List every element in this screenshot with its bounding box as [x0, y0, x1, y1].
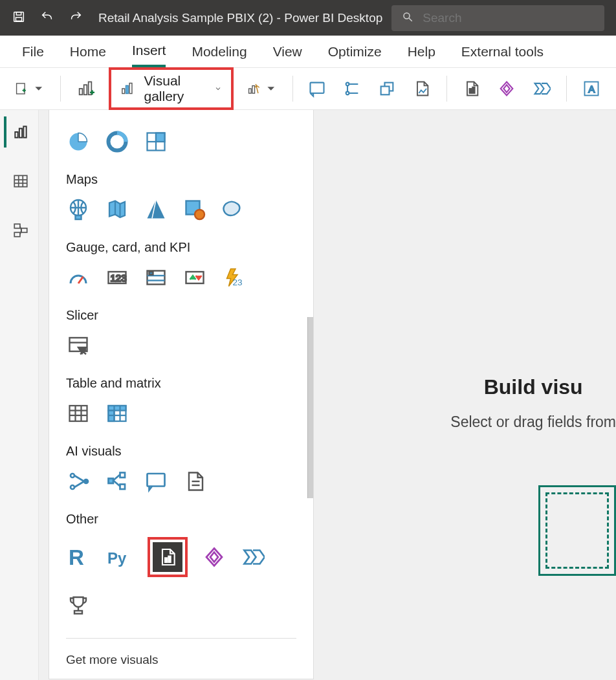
- r-visual-icon[interactable]: R: [66, 545, 91, 569]
- visual-gallery-button[interactable]: Visual gallery: [109, 67, 234, 110]
- data-view-button[interactable]: [4, 166, 35, 197]
- svg-text:R: R: [69, 545, 84, 569]
- svg-rect-66: [70, 406, 87, 421]
- svg-line-55: [78, 277, 83, 284]
- map-globe-icon[interactable]: [66, 197, 91, 222]
- model-view-button[interactable]: [4, 215, 35, 246]
- svg-rect-9: [83, 85, 87, 94]
- svg-rect-31: [19, 129, 21, 138]
- multi-row-card-icon[interactable]: [144, 265, 168, 290]
- arcgis-map-icon[interactable]: [182, 197, 207, 222]
- ai-visual-button[interactable]: [244, 74, 281, 104]
- svg-rect-93: [168, 556, 170, 562]
- visual-drop-target[interactable]: [538, 485, 616, 576]
- ribbon-separator: [292, 76, 293, 102]
- build-visual-heading: Build visu: [450, 375, 616, 399]
- svg-rect-30: [15, 132, 17, 138]
- gallery-divider: [66, 638, 296, 639]
- matrix-icon[interactable]: [105, 401, 129, 426]
- tab-insert[interactable]: Insert: [132, 36, 166, 67]
- search-box[interactable]: [391, 5, 604, 31]
- gallery-section-maps: Maps: [66, 172, 296, 187]
- svg-rect-82: [109, 479, 114, 484]
- slicer-icon[interactable]: [66, 333, 91, 358]
- svg-rect-83: [120, 473, 126, 478]
- tab-modeling[interactable]: Modeling: [192, 38, 247, 66]
- svg-line-4: [410, 18, 413, 21]
- power-apps-button[interactable]: [494, 74, 520, 104]
- paginated-report-visual-highlight[interactable]: [148, 537, 188, 577]
- view-rail: [0, 110, 39, 680]
- window-title: Retail Analysis Sample PBIX (2) - Power …: [98, 11, 382, 25]
- undo-icon[interactable]: [40, 10, 54, 27]
- pie-chart-icon[interactable]: [66, 129, 91, 154]
- card-new-icon[interactable]: 23: [221, 265, 246, 290]
- report-canvas[interactable]: Maps Gauge, card, and KPI 123 23 Slicer: [39, 110, 616, 680]
- tab-help[interactable]: Help: [408, 38, 435, 66]
- svg-point-19: [346, 83, 349, 86]
- svg-rect-27: [472, 87, 475, 93]
- save-icon[interactable]: [12, 10, 26, 27]
- treemap-icon[interactable]: [144, 129, 168, 154]
- svg-rect-92: [165, 558, 167, 562]
- gallery-section-gauge: Gauge, card, and KPI: [66, 240, 296, 255]
- svg-rect-8: [79, 89, 82, 94]
- build-visual-subtext: Select or drag fields from: [450, 413, 616, 431]
- paginated-report-visual-icon[interactable]: [153, 542, 182, 572]
- filled-map-icon[interactable]: [105, 197, 129, 222]
- text-box-button[interactable]: [304, 74, 330, 104]
- report-view-button[interactable]: [4, 116, 35, 148]
- svg-line-80: [74, 476, 84, 481]
- svg-rect-33: [14, 175, 27, 186]
- key-influencers-icon[interactable]: [66, 469, 91, 494]
- kpi-icon[interactable]: [182, 265, 207, 290]
- svg-point-3: [404, 13, 410, 19]
- tab-file[interactable]: File: [22, 38, 44, 66]
- canvas-area: Maps Gauge, card, and KPI 123 23 Slicer: [0, 110, 616, 680]
- new-visual-button[interactable]: [72, 74, 98, 104]
- tab-optimize[interactable]: Optimize: [328, 38, 382, 66]
- image-button[interactable]: [409, 74, 435, 104]
- card-icon[interactable]: 123: [105, 265, 129, 290]
- svg-line-85: [113, 475, 120, 481]
- table-icon[interactable]: [66, 401, 91, 426]
- svg-text:A: A: [588, 83, 595, 94]
- tab-view[interactable]: View: [273, 38, 302, 66]
- sparkline-button[interactable]: A: [578, 74, 604, 104]
- tab-external-tools[interactable]: External tools: [461, 38, 544, 66]
- svg-rect-1: [16, 12, 21, 15]
- title-bar: Retail Analysis Sample PBIX (2) - Power …: [0, 0, 616, 36]
- azure-map-icon[interactable]: [144, 197, 168, 222]
- buttons-button[interactable]: [339, 74, 365, 104]
- gauge-icon[interactable]: [66, 265, 91, 290]
- paginated-report-button[interactable]: [459, 74, 485, 104]
- search-input[interactable]: [421, 10, 594, 26]
- power-automate-button[interactable]: [529, 74, 555, 104]
- shapes-button[interactable]: [374, 74, 400, 104]
- smart-narrative-icon[interactable]: [182, 469, 207, 494]
- get-more-visuals-link[interactable]: Get more visuals: [66, 646, 296, 667]
- python-visual-icon[interactable]: Py: [105, 545, 133, 569]
- svg-line-42: [19, 230, 21, 235]
- svg-rect-15: [129, 83, 132, 93]
- new-page-button[interactable]: [12, 74, 49, 104]
- power-automate-visual-icon[interactable]: [241, 545, 265, 569]
- svg-rect-13: [122, 89, 125, 94]
- power-apps-visual-icon[interactable]: [202, 545, 226, 569]
- donut-chart-icon[interactable]: [105, 129, 129, 154]
- ribbon-separator: [60, 76, 61, 102]
- redo-icon[interactable]: [69, 10, 83, 27]
- decomposition-tree-icon[interactable]: [105, 469, 129, 494]
- ribbon-separator: [566, 76, 567, 102]
- svg-rect-61: [149, 272, 153, 275]
- trophy-visual-icon[interactable]: [66, 593, 91, 617]
- gallery-section-ai: AI visuals: [66, 444, 296, 459]
- shape-map-icon[interactable]: [221, 197, 246, 222]
- gallery-scrollbar[interactable]: [307, 317, 314, 498]
- qna-icon[interactable]: [144, 469, 168, 494]
- gallery-section-table: Table and matrix: [66, 376, 296, 391]
- svg-rect-18: [311, 83, 324, 93]
- svg-rect-38: [14, 224, 20, 228]
- search-icon: [402, 11, 413, 25]
- tab-home[interactable]: Home: [70, 38, 106, 66]
